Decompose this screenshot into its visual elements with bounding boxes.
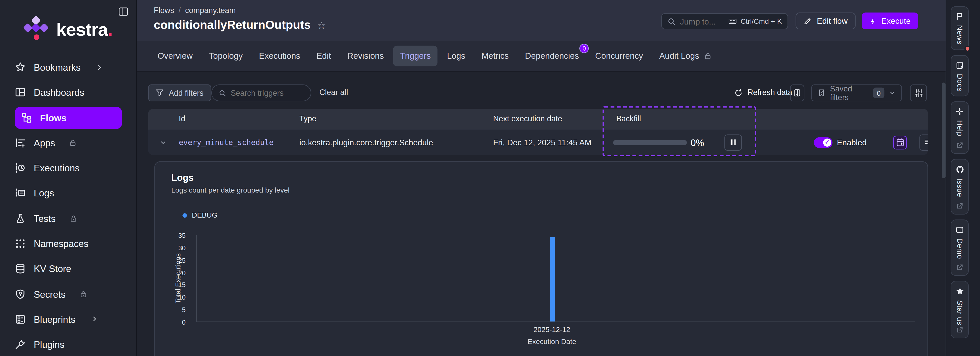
sidebar-item-tests[interactable]: Tests <box>15 208 122 230</box>
sidebar-item-label: Secrets <box>34 289 65 300</box>
toggle-check-icon: ✓ <box>823 138 831 146</box>
display-card-button[interactable] <box>790 85 804 101</box>
trigger-state-label: Enabled <box>837 138 867 147</box>
column-header-type[interactable]: Type <box>299 114 316 123</box>
execute-button[interactable]: Execute <box>862 13 918 29</box>
jump-to-input[interactable] <box>680 17 724 26</box>
row-expand-caret[interactable] <box>159 139 167 146</box>
tab-dependencies[interactable]: Dependencies0 <box>518 46 586 66</box>
saved-filters-count-badge: 0 <box>873 88 884 98</box>
tab-metrics[interactable]: Metrics <box>475 46 515 66</box>
sidebar-item-dashboards[interactable]: Dashboards <box>15 81 122 104</box>
backfill-pause-button[interactable] <box>724 134 742 150</box>
triggers-table-header: Id Type Next execution date Backfill <box>148 109 928 129</box>
rail-button-issue[interactable]: Issue <box>951 159 969 214</box>
sidebar-item-plugins[interactable]: Plugins <box>15 334 122 356</box>
sliders-icon <box>914 89 923 97</box>
customize-columns-button[interactable] <box>910 85 927 101</box>
column-header-next-execution-date[interactable]: Next execution date <box>493 114 562 123</box>
sidebar-item-flows[interactable]: Flows <box>15 107 122 129</box>
legend-label-debug: DEBUG <box>192 211 218 219</box>
jump-to-search[interactable]: Ctrl/Cmd + K <box>661 13 788 29</box>
breadcrumb-namespace-link[interactable]: company.team <box>185 6 236 15</box>
lock-icon <box>703 52 712 60</box>
triggers-table: Id Type Next execution date Backfill eve… <box>148 109 928 155</box>
panel-collapse-icon <box>118 6 129 17</box>
namespaces-icon <box>15 238 26 249</box>
tab-revisions[interactable]: Revisions <box>340 46 391 66</box>
tab-overview[interactable]: Overview <box>151 46 200 66</box>
sidebar-item-label: Bookmarks <box>34 62 81 72</box>
chart-legend[interactable]: DEBUG <box>183 211 218 219</box>
top-header: Flows/company.team conditionallyReturnOu… <box>137 0 945 41</box>
trigger-row: every_minute_schedule io.kestra.plugin.c… <box>148 129 928 155</box>
trigger-next-execution-date: Fri, Dec 12, 2025 11:45 AM <box>493 138 591 147</box>
chart-bar-debug[interactable] <box>550 237 555 321</box>
trigger-id-link[interactable]: every_minute_schedule <box>179 138 274 147</box>
sidebar-item-blueprints[interactable]: Blueprints <box>15 308 122 330</box>
add-filters-button[interactable]: Add filters <box>148 85 211 101</box>
page-title: conditionallyReturnOutputs <box>154 18 310 32</box>
clear-all-link[interactable]: Clear all <box>319 88 348 97</box>
sidebar-item-label: Apps <box>34 138 55 148</box>
vertical-scrollbar-thumb[interactable] <box>942 83 946 178</box>
sidebar-item-bookmarks[interactable]: Bookmarks <box>15 56 122 78</box>
news-notification-dot <box>964 46 970 52</box>
column-header-id[interactable]: Id <box>179 114 185 123</box>
tab-executions[interactable]: Executions <box>252 46 307 66</box>
rail-button-demo[interactable]: Demo <box>951 220 969 276</box>
tab-logs[interactable]: Logs <box>440 46 473 66</box>
sidebar-item-secrets[interactable]: Secrets <box>15 283 122 305</box>
lightning-bolt-icon <box>870 17 877 24</box>
search-triggers-field[interactable] <box>211 85 311 101</box>
flag-icon <box>956 13 964 21</box>
tab-concurrency[interactable]: Concurrency <box>588 46 650 66</box>
tab-audit-logs[interactable]: Audit Logs <box>652 46 718 66</box>
sidebar-item-executions[interactable]: Executions <box>15 157 122 179</box>
logs-panel-title: Logs <box>171 172 194 183</box>
trigger-enabled-toggle[interactable]: ✓ <box>814 137 832 148</box>
sidebar-item-label: Tests <box>34 213 56 224</box>
sidebar-item-label: KV Store <box>34 263 71 274</box>
search-icon <box>219 89 226 97</box>
kestra-logo[interactable]: kestra. <box>24 17 113 42</box>
sidebar-item-apps[interactable]: Apps <box>15 132 122 154</box>
slack-icon <box>956 107 964 116</box>
chevron-right-icon <box>96 64 102 70</box>
tab-topology[interactable]: Topology <box>202 46 250 66</box>
breadcrumb-separator: / <box>179 6 181 15</box>
rail-button-help[interactable]: Help <box>951 101 969 154</box>
saved-filters-dropdown[interactable]: Saved filters 0 <box>811 85 902 101</box>
bookmark-icon <box>818 89 826 97</box>
blueprints-icon <box>15 314 26 324</box>
sidebar-item-logs[interactable]: Logs <box>15 182 122 204</box>
sidebar-item-kv-store[interactable]: KV Store <box>15 258 122 280</box>
refresh-data-button[interactable]: Refresh data <box>735 88 792 97</box>
backfill-progress-percent: 0% <box>690 137 704 148</box>
rail-button-star-us[interactable]: Star us <box>951 281 969 338</box>
sidebar-collapse-button[interactable] <box>118 6 129 17</box>
search-logs-icon <box>924 138 928 147</box>
docs-book-icon <box>956 61 964 69</box>
star-icon <box>15 62 26 72</box>
external-link-icon <box>956 264 963 271</box>
card-view-icon <box>793 89 801 97</box>
tab-triggers[interactable]: Triggers <box>393 46 438 66</box>
chevron-down-icon <box>889 89 896 96</box>
pause-icon <box>731 139 732 145</box>
search-triggers-input[interactable] <box>231 89 304 97</box>
app-root: kestra. Bookmarks Dashboards Flows Apps <box>0 0 980 356</box>
sidebar-item-label: Plugins <box>34 339 64 350</box>
logs-panel: Logs Logs count per date grouped by leve… <box>154 161 928 356</box>
breadcrumb-flows-link[interactable]: Flows <box>154 6 174 15</box>
column-header-backfill[interactable]: Backfill <box>616 114 641 123</box>
rail-button-docs[interactable]: Docs <box>951 55 969 97</box>
sidebar-item-label: Logs <box>34 188 54 199</box>
tab-edit[interactable]: Edit <box>310 46 338 66</box>
rail-button-news[interactable]: News <box>951 6 969 50</box>
logs-panel-subtitle: Logs count per date grouped by level <box>171 187 290 194</box>
sidebar-item-namespaces[interactable]: Namespaces <box>15 233 122 255</box>
trigger-logs-button[interactable] <box>919 134 928 150</box>
favorite-star-icon[interactable]: ☆ <box>317 19 326 31</box>
edit-flow-button[interactable]: Edit flow <box>796 13 856 29</box>
